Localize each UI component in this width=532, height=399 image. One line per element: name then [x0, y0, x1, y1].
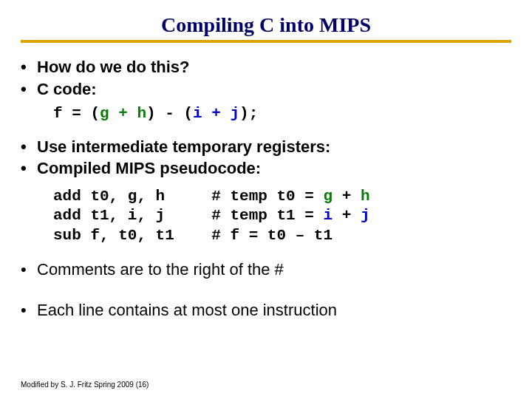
mips-code-block: add t0, g, h # temp t0 = g + h add t1, i…	[53, 187, 511, 245]
mips-line1: add t0, g, h # temp t0 =	[53, 188, 323, 205]
slide-title: Compiling C into MIPS	[21, 13, 511, 40]
bullet-mips: Compiled MIPS pseudocode:	[21, 157, 511, 180]
mips-line2: add t1, i, j # temp t1 =	[53, 207, 323, 224]
bullet-list-4: Each line contains at most one instructi…	[21, 299, 511, 321]
mips-g: g	[323, 188, 332, 205]
bullet-list: How do we do this? C code:	[21, 56, 511, 100]
code-gh: g + h	[100, 105, 146, 122]
bullet-one-instruction: Each line contains at most one instructi…	[21, 299, 511, 321]
mips-i: i	[323, 207, 332, 224]
bullet-list-3: Comments are to the right of the #	[21, 259, 511, 281]
bullet-comments: Comments are to the right of the #	[21, 259, 511, 281]
bullet-how: How do we do this?	[21, 56, 511, 78]
mips-line3: sub f, t0, t1 # f = t0 – t1	[53, 227, 332, 244]
mips-plus2: +	[332, 207, 361, 224]
c-code-block: f = (g + h) - (i + j);	[53, 104, 511, 123]
code-text: );	[239, 105, 258, 122]
mips-plus1: +	[332, 188, 361, 205]
mips-j: j	[361, 207, 370, 224]
bullet-ccode: C code:	[21, 78, 511, 100]
mips-h: h	[361, 188, 370, 205]
footer-text: Modified by S. J. Fritz Spring 2009 (16)	[21, 381, 149, 389]
code-text: f = (	[53, 105, 100, 122]
code-text: ) - (	[146, 105, 193, 122]
title-underline	[21, 40, 511, 43]
code-ij: i + j	[193, 105, 239, 122]
bullet-list-2: Use intermediate temporary registers: Co…	[21, 136, 511, 180]
bullet-temp-registers: Use intermediate temporary registers:	[21, 136, 511, 158]
